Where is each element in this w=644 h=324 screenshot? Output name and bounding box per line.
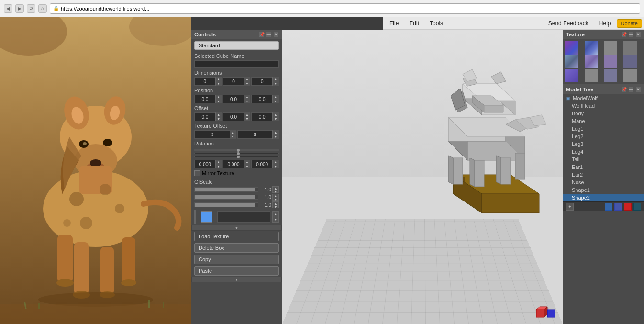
paste-button[interactable]: Paste: [194, 266, 279, 276]
rot-x-thumb[interactable]: [237, 149, 240, 152]
color-up[interactable]: ▲: [273, 212, 278, 217]
texture-tile-7[interactable]: [604, 55, 617, 68]
donate-button[interactable]: Donate: [617, 19, 642, 28]
rot-x-down[interactable]: ▼: [216, 164, 222, 168]
rot-y-input[interactable]: [223, 160, 244, 168]
dim-x-input[interactable]: [195, 78, 215, 85]
viewport-3d[interactable]: [282, 30, 563, 324]
off-y-down[interactable]: ▼: [244, 117, 250, 121]
glscale-x-up[interactable]: ▲: [273, 187, 278, 190]
reload-button[interactable]: ↺: [27, 4, 35, 13]
texture-close-btn[interactable]: ✕: [635, 32, 641, 37]
dim-z-down[interactable]: ▼: [273, 81, 278, 86]
panel-close-button[interactable]: ✕: [273, 32, 279, 37]
dim-z-input[interactable]: [252, 78, 272, 85]
tree-type-btn[interactable]: [614, 203, 622, 211]
menu-edit[interactable]: Edit: [404, 19, 424, 28]
off-x-up[interactable]: ▲: [216, 112, 222, 117]
off-y-spinner[interactable]: ▲ ▼: [223, 112, 251, 121]
rot-y-track[interactable]: [194, 153, 279, 154]
pos-y-input[interactable]: [223, 95, 244, 103]
rot-z-up[interactable]: ▲: [273, 160, 278, 164]
off-z-down[interactable]: ▼: [273, 117, 278, 121]
color-slider[interactable]: [217, 211, 270, 223]
tree-item-leg2[interactable]: Leg2: [563, 133, 644, 140]
dim-x-spinner[interactable]: ▲ ▼: [194, 77, 222, 86]
tree-item-mane[interactable]: Mane: [563, 117, 644, 125]
tree-item-body[interactable]: Body: [563, 110, 644, 117]
tree-item-shape2[interactable]: Shape2: [563, 194, 644, 201]
texture-pin-btn[interactable]: 📌: [621, 32, 627, 37]
texture-tile-5[interactable]: [565, 55, 578, 68]
scroll-down-arrow[interactable]: ▼: [191, 225, 282, 231]
dim-z-spinner[interactable]: ▲ ▼: [251, 77, 279, 86]
rot-z-track[interactable]: [194, 156, 279, 157]
glscale-z-up[interactable]: ▲: [273, 202, 278, 205]
address-bar[interactable]: 🔒 https://zooaroundtheworld.files.word..…: [50, 3, 640, 14]
tree-delete-btn[interactable]: [624, 203, 632, 211]
tex-u-up[interactable]: ▲: [230, 130, 236, 134]
dim-z-up[interactable]: ▲: [273, 77, 278, 81]
home-button[interactable]: ⌂: [38, 4, 47, 13]
load-texture-button[interactable]: Load Texture: [194, 232, 279, 241]
rot-y-up[interactable]: ▲: [244, 160, 250, 164]
tree-item-nose[interactable]: Nose: [563, 179, 644, 186]
dim-x-down[interactable]: ▼: [216, 81, 222, 86]
tex-v-input[interactable]: [238, 131, 273, 138]
dim-y-spinner[interactable]: ▲ ▼: [223, 77, 251, 86]
off-x-input[interactable]: [195, 113, 215, 121]
texture-tile-3[interactable]: [604, 41, 617, 55]
rot-x-track[interactable]: [194, 149, 279, 151]
selected-cube-name-input[interactable]: [194, 60, 279, 68]
glscale-z-down[interactable]: ▼: [273, 205, 278, 209]
dim-y-up[interactable]: ▲: [244, 77, 250, 81]
glscale-z-bar[interactable]: [194, 202, 258, 207]
delete-box-button[interactable]: Delete Box: [194, 243, 279, 253]
off-x-down[interactable]: ▼: [216, 117, 222, 121]
color-down[interactable]: ▼: [273, 217, 278, 222]
glscale-x-bar[interactable]: [194, 187, 258, 192]
tex-u-input[interactable]: [195, 131, 230, 138]
off-z-spinner[interactable]: ▲ ▼: [251, 112, 279, 121]
menu-file[interactable]: File: [385, 19, 403, 28]
rot-x-input[interactable]: [195, 160, 215, 168]
tree-color-btn[interactable]: [605, 203, 612, 211]
texture-tile-2[interactable]: [585, 41, 598, 55]
tex-u-down[interactable]: ▼: [230, 134, 236, 139]
pos-y-up[interactable]: ▲: [244, 95, 250, 99]
menu-tools[interactable]: Tools: [425, 19, 448, 28]
rot-y-spinner[interactable]: ▲ ▼: [223, 160, 251, 168]
tree-item-shape1[interactable]: Shape1: [563, 186, 644, 194]
off-z-input[interactable]: [252, 113, 272, 121]
texture-tile-8[interactable]: [623, 55, 637, 68]
texture-tile-11[interactable]: [604, 69, 617, 82]
tree-item-tail[interactable]: Tail: [563, 156, 644, 163]
rot-y-down[interactable]: ▼: [244, 164, 250, 168]
menu-help[interactable]: Help: [594, 19, 616, 28]
panel-pin-button[interactable]: 📌: [259, 32, 265, 37]
glscale-y-bar[interactable]: [194, 195, 258, 200]
pos-z-spinner[interactable]: ▲ ▼: [251, 95, 279, 103]
glscale-y-up[interactable]: ▲: [273, 194, 278, 198]
off-x-spinner[interactable]: ▲ ▼: [194, 112, 222, 121]
back-button[interactable]: ◀: [4, 4, 12, 13]
panel-minimize-button[interactable]: —: [266, 32, 272, 37]
tree-item-modelwolf[interactable]: ▣ ModelWolf: [563, 94, 644, 102]
glscale-z-spinner[interactable]: ▲ ▼: [272, 201, 279, 208]
rot-z-input[interactable]: [252, 160, 272, 168]
glscale-x-down[interactable]: ▼: [273, 190, 278, 193]
texture-tile-4[interactable]: [623, 41, 637, 55]
texture-minimize-btn[interactable]: —: [628, 32, 634, 37]
tree-item-leg4[interactable]: Leg4: [563, 148, 644, 156]
pos-x-spinner[interactable]: ▲ ▼: [194, 95, 222, 103]
off-y-input[interactable]: [223, 113, 244, 121]
glscale-x-spinner[interactable]: ▲ ▼: [272, 186, 279, 193]
rot-z-thumb[interactable]: [237, 156, 240, 158]
pos-x-input[interactable]: [195, 95, 215, 103]
pos-z-up[interactable]: ▲: [273, 95, 278, 99]
tree-pin-btn[interactable]: 📌: [621, 87, 627, 92]
tree-item-wolfhead[interactable]: WolfHead: [563, 102, 644, 110]
tree-item-ear1[interactable]: Ear1: [563, 163, 644, 171]
tex-u-spinner[interactable]: ▲ ▼: [194, 130, 236, 139]
rot-y-thumb[interactable]: [237, 152, 240, 155]
